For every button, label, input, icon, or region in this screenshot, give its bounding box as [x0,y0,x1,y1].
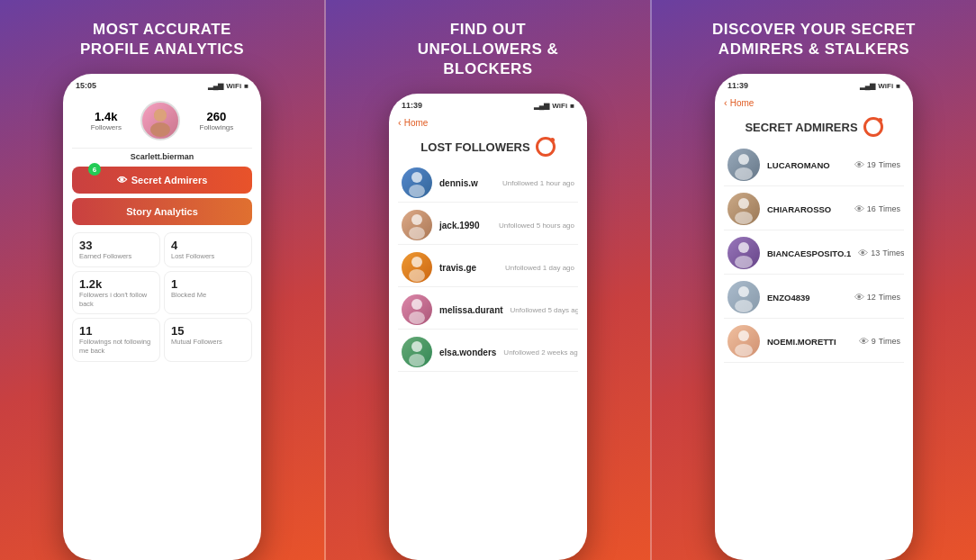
section-title-right: SECRET ADMIRERS [745,121,857,134]
status-bar-right: 11:39 ▂▄▆ WiFi ■ [715,74,913,94]
admirer-avatar-1 [727,193,760,225]
svg-point-2 [154,109,167,122]
svg-point-5 [411,214,422,225]
list-item: jack.1990 Unfollowed 5 hours ago [398,206,578,245]
follower-avatar-0 [402,167,432,198]
follower-time-0: Unfollowed 1 hour ago [502,179,574,187]
back-nav-middle[interactable]: ‹ Home [389,113,587,131]
follower-avatar-4 [402,337,432,367]
home-link-middle[interactable]: Home [404,118,429,128]
svg-point-22 [735,344,753,357]
phone-left: 15:05 ▂▄▆ WiFi ■ 1.4k Followers [63,74,261,560]
admirer-views-2: 👁 13 Times [858,248,904,258]
avatar-silhouette-0 [402,167,432,198]
list-item: LUCAROMANO 👁 19 Times [724,144,904,186]
list-item: dennis.w Unfollowed 1 hour ago [398,164,578,203]
avatar-silhouette-4 [402,337,432,367]
status-icons-left: ▂▄▆ WiFi ■ [208,82,249,90]
stat-desc-2: Followers i don't follow back [79,291,153,309]
stat-val-3: 1 [171,277,245,291]
view-count-1: 16 [867,204,876,213]
wifi-icon-right: WiFi [878,82,893,90]
avatar-silhouette-1 [402,210,432,240]
follower-time-1: Unfollowed 5 hours ago [499,221,574,230]
admirer-views-0: 👁 19 Times [854,159,900,170]
svg-point-11 [411,341,422,352]
eye-icon-1: 👁 [854,203,864,214]
times-label-4: Times [879,337,900,346]
wifi-icon: WiFi [226,82,241,90]
admirer-name-4: NOEMI.MORETTI [767,337,852,347]
svg-point-13 [738,154,749,165]
home-link-right[interactable]: Home [730,98,755,108]
svg-point-7 [411,257,422,267]
list-item: BIANCAESPOSITO.1 👁 13 Times [724,232,904,275]
follower-avatar-1 [402,210,432,240]
chevron-left-icon: ‹ [398,117,402,128]
follower-name-0: dennis.w [439,178,478,188]
avatar-silhouette-2 [402,252,432,283]
svg-point-14 [735,167,753,180]
follower-time-3: Unfollowed 5 days ago [511,306,578,314]
followers-count: 1.4k [91,110,122,123]
svg-point-15 [738,198,749,209]
admirer-views-4: 👁 9 Times [859,336,900,347]
story-analytics-label: Story Analytics [126,206,198,217]
view-count-2: 13 [871,248,880,257]
view-count-3: 12 [867,293,876,302]
panel-left-title: MOST ACCURATE PROFILE ANALYTICS [80,20,244,59]
follower-name-1: jack.1990 [439,221,480,230]
admirer-avatar-0 [727,149,760,181]
profile-username: Scarlett.bierman [72,152,252,161]
view-count-4: 9 [872,337,876,346]
stat-val-5: 15 [171,324,245,338]
follower-list: dennis.w Unfollowed 1 hour ago jack.1990… [398,164,578,551]
followers-label: Followers [91,123,122,131]
stat-desc-0: Earned Followers [79,252,153,261]
avatar-image [144,104,176,137]
phone-right: 11:39 ▂▄▆ WiFi ■ ‹ Home SECRET ADMIRERS … [715,74,913,560]
view-count-0: 19 [867,160,876,169]
followings-stat: 260 Followings [200,110,234,131]
wifi-icon-mid: WiFi [552,102,567,110]
svg-point-17 [738,242,749,253]
stat-val-2: 1.2k [79,277,153,291]
profile-avatar [140,101,180,140]
profile-section: 1.4k Followers 260 Followings [72,94,252,149]
svg-point-4 [409,185,425,197]
orange-logo-right [863,117,883,137]
times-label-0: Times [879,160,900,169]
follower-name-2: travis.ge [439,263,476,273]
svg-point-9 [411,299,422,310]
stat-val-4: 11 [79,324,153,338]
svg-point-6 [409,227,425,239]
chevron-left-icon-right: ‹ [724,97,727,108]
svg-point-10 [409,312,425,324]
svg-point-21 [738,330,749,341]
svg-point-3 [411,172,422,183]
times-label-1: Times [879,204,900,213]
secret-admirers-button[interactable]: 6 👁 Secret Admirers [72,167,252,194]
admirer-views-3: 👁 12 Times [854,292,900,303]
stat-desc-1: Lost Followers [171,252,245,261]
panel-middle: FIND OUT UNFOLLOWERS & BLOCKERS 11:39 ▂▄… [324,0,652,560]
stat-card-3: 1 Blocked Me [164,271,252,315]
back-nav-right[interactable]: ‹ Home [715,94,913,112]
list-item: NOEMI.MORETTI 👁 9 Times [724,321,904,363]
story-analytics-button[interactable]: Story Analytics [72,198,252,225]
admirer-list-container: LUCAROMANO 👁 19 Times CHIARAROSSO 👁 16 [715,144,913,560]
secret-admirers-badge: 6 [88,163,101,176]
phone-left-content: 1.4k Followers 260 Followings Scarlett.b… [63,94,261,560]
list-item: CHIARAROSSO 👁 16 Times [724,188,904,230]
follower-time-2: Unfollowed 1 day ago [505,264,574,272]
stat-card-0: 33 Earned Followers [72,232,160,267]
stat-desc-3: Blocked Me [171,291,245,300]
signal-icon-mid: ▂▄▆ [534,102,550,110]
signal-icon-right: ▂▄▆ [860,82,876,90]
admirer-name-1: CHIARAROSSO [767,204,847,214]
svg-point-20 [735,300,753,312]
list-item: ENZO4839 👁 12 Times [724,276,904,319]
list-item: travis.ge Unfollowed 1 day ago [398,248,578,287]
signal-icon: ▂▄▆ [208,82,224,90]
list-item: melissa.durant Unfollowed 5 days ago [398,291,578,330]
